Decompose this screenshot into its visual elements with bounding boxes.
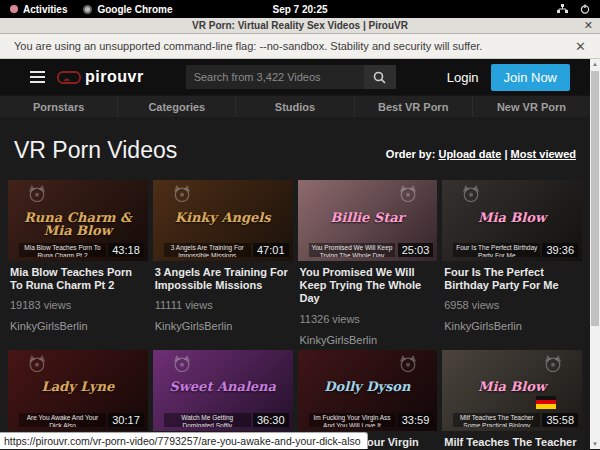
video-title[interactable]: Four Is The Perfect Birthday Party For M… [444, 266, 580, 292]
scrollbar[interactable]: ▲ ▼ [590, 59, 600, 449]
scroll-up-icon[interactable]: ▲ [590, 61, 600, 67]
video-meta: You Promised We Will Keep Trying The Who… [298, 261, 438, 348]
video-duration: 39:36 [542, 243, 578, 257]
scroll-down-icon[interactable]: ▼ [590, 441, 600, 447]
thumb-overlay-name: Mia Blow [442, 380, 582, 394]
page-title: VR Porn Videos [14, 137, 177, 164]
order-by-label: Order by: [386, 148, 436, 160]
nav-item-new-vr-porn[interactable]: New VR Porn [472, 96, 590, 117]
studio-cat-watermark-icon [171, 354, 193, 372]
menu-icon[interactable] [30, 71, 45, 83]
thumb-overlay-name: Dolly Dyson [298, 380, 438, 394]
chrome-infobar: You are using an unsupported command-lin… [0, 34, 600, 59]
video-thumbnail[interactable]: Runa Charm & Mia Blow Mia Blow Teaches P… [8, 180, 148, 261]
nav-item-studios[interactable]: Studios [235, 96, 353, 117]
activities-button[interactable]: Activities [10, 4, 67, 15]
thumb-caption: Four Is The Perfect Birthday Party For M… [453, 243, 540, 257]
power-icon[interactable] [580, 4, 590, 14]
video-duration: 25:03 [398, 243, 434, 257]
window-title-bar: VR Porn: Virtual Reality Sex Videos | Pi… [0, 18, 600, 34]
scrollbar-thumb[interactable] [591, 71, 599, 326]
order-separator: | [501, 148, 510, 160]
nav-item-pornstars[interactable]: Pornstars [0, 96, 117, 117]
search-button[interactable] [364, 65, 396, 89]
search-bar [186, 65, 396, 89]
search-input[interactable] [186, 65, 364, 89]
video-duration: 30:17 [108, 413, 144, 427]
video-studio-link[interactable]: KinkyGirlsBerlin [10, 320, 88, 332]
system-top-bar: Activities Google Chrome Sep 7 20:25 [0, 0, 600, 18]
infobar-close-icon[interactable]: ✕ [575, 39, 586, 54]
video-duration: 36:30 [253, 413, 289, 427]
studio-cat-watermark-icon [397, 354, 419, 372]
thumb-overlay-name: Sweet Analena [153, 380, 293, 394]
logo-text: pirouvr [85, 68, 144, 86]
video-card: Kinky Angels 3 Angels Are Training For I… [153, 180, 293, 348]
thumb-overlay-name: Lady Lyne [8, 380, 148, 394]
order-link-upload-date[interactable]: Upload date [438, 148, 501, 160]
video-thumbnail[interactable]: Kinky Angels 3 Angels Are Training For I… [153, 180, 293, 261]
studio-cat-watermark-icon [26, 354, 48, 372]
studio-cat-watermark-icon [542, 354, 564, 372]
video-title[interactable]: Mia Blow Teaches Porn To Runa Charm Pt 2 [10, 266, 146, 292]
video-studio-link[interactable]: KinkyGirlsBerlin [300, 334, 378, 346]
video-grid: Runa Charm & Mia Blow Mia Blow Teaches P… [0, 180, 590, 450]
video-duration: 35:58 [542, 413, 578, 427]
login-link[interactable]: Login [447, 70, 479, 85]
thumb-caption: Milf Teaches The Teacher Some Practical … [453, 413, 540, 427]
video-views: 19183 views [10, 299, 146, 311]
video-thumbnail[interactable]: Lady Lyne Are You Awake And Your Dick Al… [8, 350, 148, 431]
order-link-most-viewed[interactable]: Most viewed [511, 148, 576, 160]
video-thumbnail[interactable]: Mia Blow Milf Teaches The Teacher Some P… [442, 350, 582, 431]
focused-app-label: Google Chrome [97, 4, 172, 15]
video-meta: 3 Angels Are Training For Impossible Mis… [153, 261, 293, 334]
window-close-icon[interactable]: ✕ [584, 19, 593, 32]
thumb-caption: You Promised We Will Keep Trying The Who… [309, 243, 396, 257]
nav-item-best-vr-porn[interactable]: Best VR Porn [354, 96, 472, 117]
video-card: Mia Blow Milf Teaches The Teacher Some P… [442, 350, 582, 450]
window-title: VR Porn: Virtual Reality Sex Videos | Pi… [192, 20, 408, 31]
video-title[interactable]: You Promised We Will Keep Trying The Who… [300, 266, 436, 306]
video-meta: Four Is The Perfect Birthday Party For M… [442, 261, 582, 334]
activities-icon [10, 5, 18, 13]
thumb-caption: 3 Angels Are Training For Impossible Mis… [164, 243, 251, 257]
status-url-bubble: https://pirouvr.com/vr-porn-video/779325… [0, 432, 368, 449]
site-header: pirouvr Login Join Now [0, 59, 590, 95]
main-nav: Pornstars Categories Studios Best VR Por… [0, 95, 590, 117]
video-studio-link[interactable]: KinkyGirlsBerlin [155, 320, 233, 332]
video-title[interactable]: 3 Angels Are Training For Impossible Mis… [155, 266, 291, 292]
video-duration: 33:59 [398, 413, 434, 427]
studio-cat-watermark-icon [171, 184, 193, 202]
video-views: 11326 views [300, 313, 436, 325]
thumb-overlay-name: Kinky Angels [153, 211, 293, 225]
thumb-caption: Watch Me Getting Dominated Softly [164, 413, 251, 427]
video-thumbnail[interactable]: Billie Star You Promised We Will Keep Tr… [298, 180, 438, 261]
thumb-caption: Are You Awake And Your Dick Also [19, 413, 106, 427]
nav-item-categories[interactable]: Categories [117, 96, 235, 117]
video-card: Runa Charm & Mia Blow Mia Blow Teaches P… [8, 180, 148, 348]
network-icon[interactable] [557, 4, 568, 14]
join-now-button[interactable]: Join Now [491, 64, 570, 91]
video-meta: Milf Teaches The Teacher Some Practical … [442, 431, 582, 450]
focused-app-menu[interactable]: Google Chrome [83, 4, 172, 15]
video-thumbnail[interactable]: Dolly Dyson Im Fucking Your Virgin Ass A… [298, 350, 438, 431]
order-by: Order by: Upload date | Most viewed [386, 148, 576, 164]
video-title[interactable]: Milf Teaches The Teacher Some Practical … [444, 436, 580, 450]
system-clock[interactable]: Sep 7 20:25 [272, 4, 327, 15]
thumb-caption: Mia Blow Teaches Porn To Runa Charm Pt 2 [19, 243, 106, 257]
video-thumbnail[interactable]: Mia Blow Four Is The Perfect Birthday Pa… [442, 180, 582, 261]
german-flag [536, 396, 556, 409]
site-logo[interactable]: pirouvr [57, 68, 144, 86]
thumb-overlay-name: Runa Charm & Mia Blow [8, 211, 148, 238]
chrome-icon [83, 5, 92, 14]
video-card: Billie Star You Promised We Will Keep Tr… [298, 180, 438, 348]
video-views: 11111 views [155, 299, 291, 311]
search-icon [373, 71, 386, 84]
video-duration: 43:18 [108, 243, 144, 257]
video-studio-link[interactable]: KinkyGirlsBerlin [444, 320, 522, 332]
video-meta: Mia Blow Teaches Porn To Runa Charm Pt 2… [8, 261, 148, 334]
vr-goggles-icon [57, 71, 81, 84]
video-views: 6958 views [444, 299, 580, 311]
video-thumbnail[interactable]: Sweet Analena Watch Me Getting Dominated… [153, 350, 293, 431]
thumb-overlay-name: Mia Blow [442, 211, 582, 225]
